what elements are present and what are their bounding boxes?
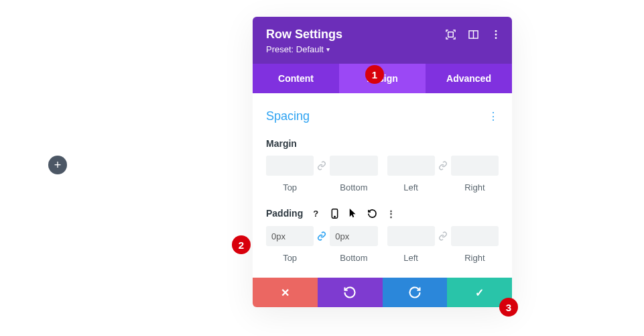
margin-inputs: Top Bottom Left [266, 156, 499, 192]
close-icon: ✕ [281, 286, 289, 299]
svg-point-4 [495, 34, 497, 36]
link-icon[interactable] [435, 156, 451, 176]
columns-icon[interactable] [468, 29, 478, 40]
svg-point-3 [495, 30, 497, 32]
tab-advanced[interactable]: Advanced [426, 64, 512, 93]
padding-option-icons: ? ⋮ [310, 207, 397, 219]
svg-rect-0 [448, 32, 453, 37]
redo-button[interactable] [383, 278, 448, 307]
svg-point-5 [495, 37, 497, 39]
margin-right-label: Right [451, 182, 499, 192]
section-title[interactable]: Spacing [266, 109, 310, 123]
padding-inputs: Top Bottom Left [266, 226, 499, 263]
margin-field: Margin Top Bottom [266, 138, 499, 192]
device-icon[interactable] [328, 207, 340, 219]
redo-icon [408, 286, 422, 299]
hover-icon[interactable] [347, 207, 359, 219]
margin-left-label: Left [387, 182, 435, 192]
padding-top-input[interactable] [266, 226, 314, 246]
tab-content[interactable]: Content [253, 64, 339, 93]
margin-bottom-input[interactable] [330, 156, 377, 176]
margin-top-label: Top [266, 182, 314, 192]
modal-header: Row Settings Preset: Default ▾ [253, 17, 512, 64]
padding-kebab-icon[interactable]: ⋮ [385, 207, 397, 219]
modal-footer: ✕ ✓ [253, 278, 512, 307]
padding-label-row: Padding ? ⋮ [266, 207, 499, 219]
annotation-1: 1 [365, 65, 384, 84]
undo-icon [343, 286, 357, 299]
padding-left-label: Left [387, 253, 435, 263]
padding-bottom-label: Bottom [330, 253, 377, 263]
kebab-menu-icon[interactable] [491, 29, 501, 40]
padding-right-input[interactable] [451, 226, 499, 246]
chevron-down-icon: ▾ [326, 46, 330, 53]
link-icon[interactable] [314, 156, 330, 176]
link-icon[interactable] [435, 226, 451, 246]
link-icon[interactable] [314, 226, 330, 246]
preset-dropdown[interactable]: Preset: Default ▾ [266, 44, 499, 54]
padding-right-label: Right [451, 253, 499, 263]
check-icon: ✓ [475, 286, 484, 299]
margin-top-input[interactable] [266, 156, 314, 176]
padding-bottom-input[interactable] [330, 226, 377, 246]
padding-left-input[interactable] [387, 226, 435, 246]
margin-left-input[interactable] [387, 156, 435, 176]
margin-bottom-label: Bottom [330, 182, 377, 192]
expand-icon[interactable] [445, 29, 456, 40]
margin-right-input[interactable] [451, 156, 499, 176]
annotation-2: 2 [232, 235, 251, 254]
row-settings-modal: Row Settings Preset: Default ▾ Content D… [253, 17, 512, 307]
add-section-button[interactable]: + [48, 156, 67, 174]
help-icon[interactable]: ? [310, 207, 322, 219]
section-kebab-icon[interactable]: ⋮ [488, 110, 499, 123]
preset-label: Preset: Default [266, 44, 324, 54]
modal-body: Spacing ⋮ Margin Top Bottom [253, 93, 512, 278]
cancel-button[interactable]: ✕ [253, 278, 318, 307]
reset-icon[interactable] [366, 207, 378, 219]
plus-icon: + [54, 158, 62, 172]
undo-button[interactable] [318, 278, 383, 307]
margin-label: Margin [266, 138, 499, 149]
padding-field: Padding ? ⋮ [266, 207, 499, 263]
padding-label: Padding [266, 208, 303, 219]
header-actions [445, 29, 501, 40]
padding-top-label: Top [266, 253, 314, 263]
section-header: Spacing ⋮ [266, 109, 499, 123]
annotation-3: 3 [499, 298, 518, 317]
svg-point-7 [334, 216, 335, 217]
